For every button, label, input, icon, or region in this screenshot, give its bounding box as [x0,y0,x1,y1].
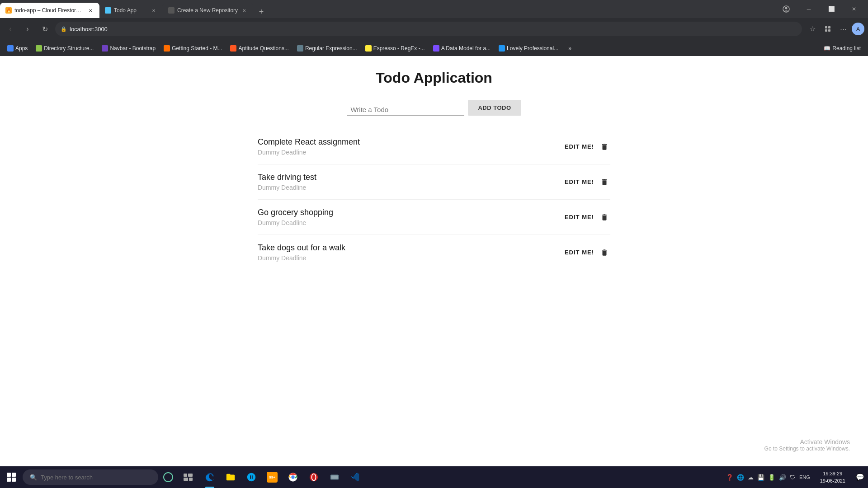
bookmark-navbar-label: Navbar - Bootstrap [110,45,156,52]
todo-info-2: Take driving test Dummy Deadline [258,173,316,191]
todo-actions-3: EDIT ME! [565,211,610,224]
bookmark-getting-started-label: Getting Started - M... [172,45,222,52]
tab-3[interactable]: Create a New Repository ✕ [163,3,253,18]
todo-list: Complete React assignment Dummy Deadline… [231,129,637,270]
window-profile-icon[interactable] [776,0,797,18]
tab-1[interactable]: 🔥 todo-app – Cloud Firestore – Fir... ✕ [0,3,99,18]
bookmark-regex[interactable]: Regular Expression... [293,43,361,53]
todo-item-1: Complete React assignment Dummy Deadline… [258,129,610,164]
url-bar[interactable]: 🔒 localhost:3000 [55,22,802,36]
reload-button[interactable]: ↻ [38,22,52,36]
bookmark-overflow[interactable]: » [565,43,575,53]
browser-chrome: 🔥 todo-app – Cloud Firestore – Fir... ✕ … [0,0,868,56]
restore-button[interactable]: ⬜ [821,0,842,18]
tab-1-label: todo-app – Cloud Firestore – Fir... [14,7,84,14]
bookmark-apps[interactable]: Apps [4,43,31,53]
edit-button-2[interactable]: EDIT ME! [565,178,594,185]
bookmark-espresso-label: Espresso - RegEx -... [373,45,425,52]
todo-deadline-1: Dummy Deadline [258,149,360,156]
close-button[interactable]: ✕ [844,0,864,18]
lock-icon: 🔒 [61,26,67,32]
bookmark-lovely-label: Lovely Professional... [507,45,558,52]
bookmarks-bar: Apps Directory Structure... Navbar - Boo… [0,40,868,56]
extensions-icon[interactable] [821,22,835,36]
settings-icon[interactable]: ⋯ [836,22,850,36]
todo-actions-1: EDIT ME! [565,141,610,153]
profile-avatar[interactable]: A [852,23,864,35]
bookmark-directory[interactable]: Directory Structure... [32,43,97,53]
delete-button-3[interactable] [599,211,610,224]
svg-rect-4 [825,29,827,32]
delete-button-4[interactable] [599,246,610,259]
todo-info-4: Take dogs out for a walk Dummy Deadline [258,243,345,262]
minimize-button[interactable]: ─ [798,0,819,18]
new-tab-button[interactable]: + [255,5,268,18]
bookmark-lovely[interactable]: Lovely Professional... [495,43,562,53]
window-controls: ─ ⬜ ✕ [776,0,868,18]
todo-deadline-3: Dummy Deadline [258,219,333,226]
todo-input-wrapper [347,104,464,116]
todo-item-3: Go grocery shopping Dummy Deadline EDIT … [258,200,610,235]
tab-bar: 🔥 todo-app – Cloud Firestore – Fir... ✕ … [0,0,868,18]
todo-title-3: Go grocery shopping [258,208,333,217]
todo-title-4: Take dogs out for a walk [258,243,345,253]
bookmark-data-model-label: A Data Model for a... [441,45,491,52]
todo-info-1: Complete React assignment Dummy Deadline [258,137,360,156]
bookmark-data-model[interactable]: A Data Model for a... [429,43,494,53]
address-bar: ‹ › ↻ 🔒 localhost:3000 ☆ ⋯ A [0,18,868,40]
svg-rect-2 [825,26,827,28]
edit-button-4[interactable]: EDIT ME! [565,249,594,256]
todo-title-1: Complete React assignment [258,137,360,147]
tab-1-close[interactable]: ✕ [87,7,94,14]
bookmark-apps-label: Apps [15,45,28,52]
toolbar-icons: ☆ ⋯ A [806,22,864,36]
bookmark-aptitude[interactable]: Aptitude Questions... [226,43,292,53]
bookmark-getting-started[interactable]: Getting Started - M... [160,43,226,53]
app-content: Todo Application ADD TODO Complete React… [0,56,868,354]
tab-2-close[interactable]: ✕ [150,7,157,14]
bookmarks-overflow: 📖 Reading list [820,43,864,53]
todo-title-2: Take driving test [258,173,316,182]
todo-info-3: Go grocery shopping Dummy Deadline [258,208,333,226]
todo-item-2: Take driving test Dummy Deadline EDIT ME… [258,164,610,200]
back-button[interactable]: ‹ [4,22,17,36]
tab-3-label: Create a New Repository [177,7,238,14]
tab-3-close[interactable]: ✕ [241,7,248,14]
tab-2-label: Todo App [114,7,137,14]
todo-deadline-2: Dummy Deadline [258,184,316,191]
todo-deadline-4: Dummy Deadline [258,254,345,262]
bookmark-espresso[interactable]: Espresso - RegEx -... [362,43,429,53]
todo-actions-4: EDIT ME! [565,246,610,259]
forward-button[interactable]: › [21,22,34,36]
svg-rect-3 [828,26,830,28]
reading-list-button[interactable]: 📖 Reading list [820,43,864,53]
add-todo-section: ADD TODO [0,100,868,116]
todo-actions-2: EDIT ME! [565,176,610,188]
svg-point-1 [785,7,788,9]
bookmark-aptitude-label: Aptitude Questions... [238,45,288,52]
delete-button-1[interactable] [599,141,610,153]
todo-item-4: Take dogs out for a walk Dummy Deadline … [258,235,610,270]
svg-rect-5 [828,29,830,32]
add-todo-button[interactable]: ADD TODO [468,100,521,116]
app-title: Todo Application [0,70,868,86]
bookmark-regex-label: Regular Expression... [305,45,357,52]
delete-button-2[interactable] [599,176,610,188]
bookmark-navbar[interactable]: Navbar - Bootstrap [98,43,159,53]
url-text: localhost:3000 [70,26,108,33]
todo-input[interactable] [347,104,464,116]
tab-2[interactable]: Todo App ✕ [99,3,163,18]
bookmark-star-icon[interactable]: ☆ [806,22,819,36]
edit-button-1[interactable]: EDIT ME! [565,143,594,150]
edit-button-3[interactable]: EDIT ME! [565,214,594,221]
bookmark-directory-label: Directory Structure... [44,45,94,52]
reading-list-label: Reading list [832,45,861,52]
reading-list-icon: 📖 [824,45,830,52]
